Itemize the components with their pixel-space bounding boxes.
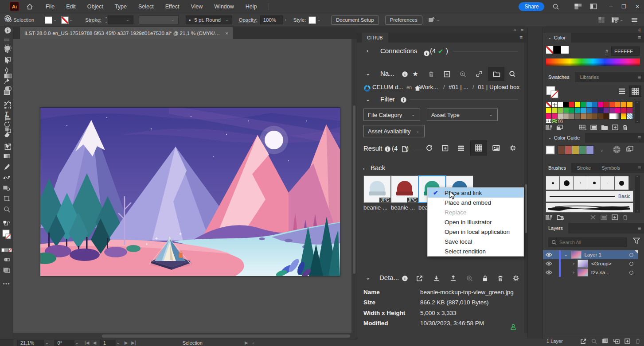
swatch[interactable] xyxy=(586,113,592,119)
tab-color[interactable]: ⌄Color xyxy=(543,33,571,43)
chevron-down-icon[interactable]: ⌄ xyxy=(366,96,370,102)
gear-icon[interactable] xyxy=(511,273,521,284)
search-icon[interactable] xyxy=(552,3,559,10)
panel-menu-icon[interactable]: ≡ xyxy=(638,163,644,173)
fill-color-well[interactable] xyxy=(0,229,13,241)
breadcrumb-seg2[interactable]: 01 | Upload box xyxy=(478,84,519,90)
asset-thumbnail[interactable]: JPG xyxy=(363,175,391,203)
asset-thumbnail[interactable]: JPG xyxy=(391,175,418,203)
home-icon[interactable] xyxy=(26,3,33,10)
stroke-swatch[interactable] xyxy=(61,16,69,24)
swatch-libraries-icon[interactable] xyxy=(545,124,552,130)
brush-preset[interactable] xyxy=(546,176,560,190)
add-box-icon[interactable] xyxy=(441,69,452,79)
none-swatch[interactable] xyxy=(546,46,554,54)
zoom-level-field[interactable]: 21,1% xyxy=(17,340,44,346)
tab-swatches[interactable]: Swatches xyxy=(543,72,575,82)
color-spectrum-bar[interactable] xyxy=(546,58,640,66)
guide-color[interactable] xyxy=(565,146,572,154)
hex-value-field[interactable]: FFFFFF xyxy=(611,47,640,56)
zoom-in-icon[interactable] xyxy=(457,69,468,79)
menu-type[interactable]: Type xyxy=(115,4,127,10)
align-glyphs-icon[interactable]: ⌄ xyxy=(428,16,441,23)
swatch[interactable] xyxy=(546,102,552,108)
filter-header[interactable]: Filter xyxy=(380,95,395,103)
swatch[interactable] xyxy=(615,113,621,119)
opacity-link[interactable]: Opacity: xyxy=(238,17,257,23)
vertical-scrollbar[interactable] xyxy=(351,39,357,333)
file-category-dropdown[interactable]: File Category⌄ xyxy=(363,109,420,121)
swatch[interactable] xyxy=(569,113,575,119)
chevron-right-icon[interactable]: › xyxy=(573,261,574,266)
layer-row-t2v[interactable]: › t2v-sa... xyxy=(543,268,638,277)
style-swatch[interactable] xyxy=(308,16,316,24)
color-wells[interactable] xyxy=(546,46,569,54)
horizontal-scrollbar[interactable] xyxy=(13,333,357,339)
target-ring[interactable] xyxy=(629,271,633,275)
chevron-right-icon[interactable]: › xyxy=(573,270,574,275)
folder-icon[interactable] xyxy=(489,67,504,81)
new-sublayer-icon[interactable] xyxy=(613,338,620,344)
swatch[interactable] xyxy=(604,113,609,119)
swatch-kinds-icon[interactable] xyxy=(579,124,586,130)
swatch[interactable] xyxy=(575,108,581,113)
swatch[interactable] xyxy=(558,108,563,113)
swatch[interactable] xyxy=(552,113,558,119)
transparency-panel-icon[interactable] xyxy=(3,83,13,93)
layer-name[interactable]: Layer 1 xyxy=(585,252,601,257)
panel-menu-icon[interactable]: ≡ xyxy=(638,133,644,143)
color-wheel-icon[interactable] xyxy=(613,145,621,154)
breadcrumb-root[interactable]: Work... xyxy=(419,84,438,90)
swatch[interactable] xyxy=(592,102,598,108)
menu-effect[interactable]: Effect xyxy=(165,4,180,10)
chevron-down-icon[interactable]: ⌄ xyxy=(564,253,568,257)
swatch[interactable] xyxy=(615,102,621,108)
swatch[interactable] xyxy=(627,102,632,108)
panel-menu-icon[interactable]: ≡ xyxy=(638,223,644,233)
eyedropper-tool[interactable] xyxy=(0,162,13,171)
swatch[interactable] xyxy=(586,108,592,113)
swatch[interactable] xyxy=(581,113,586,119)
layers-search-input[interactable] xyxy=(559,240,617,245)
guide-color[interactable] xyxy=(558,146,565,154)
preferences-button[interactable]: Preferences xyxy=(385,16,422,25)
connections-header[interactable]: Connections xyxy=(380,47,417,54)
fill-swatch[interactable] xyxy=(45,16,52,24)
swatch[interactable] xyxy=(609,102,615,108)
swatch[interactable] xyxy=(546,119,552,123)
swatch[interactable] xyxy=(581,108,586,113)
swatch-options-icon[interactable] xyxy=(590,124,597,130)
gradient-tool[interactable] xyxy=(0,151,13,161)
swatch[interactable] xyxy=(609,113,615,119)
panel-menu-icon[interactable]: ≡ xyxy=(519,35,526,41)
document-tab[interactable]: ILST-28.0.0-en_US-17519788-5f63-45f0-a33… xyxy=(20,27,233,39)
stroke-link[interactable]: Stroke: xyxy=(85,17,101,23)
swatch[interactable] xyxy=(627,108,632,113)
link-icon[interactable] xyxy=(474,69,484,79)
swatch[interactable] xyxy=(569,102,575,108)
guide-color[interactable] xyxy=(586,146,593,154)
artboard-number-field[interactable]: 1 xyxy=(100,340,116,346)
breadcrumb-connection[interactable]: CELUM d... xyxy=(372,84,403,90)
swatch[interactable] xyxy=(581,102,586,108)
cihub-wheel-icon[interactable] xyxy=(3,13,13,23)
swatch[interactable] xyxy=(546,108,552,113)
search-icon[interactable] xyxy=(507,69,518,79)
menu-select[interactable]: Select xyxy=(138,4,154,10)
swatch[interactable] xyxy=(552,108,558,113)
symbol-sprayer-tool[interactable] xyxy=(0,183,13,193)
new-swatch-icon[interactable] xyxy=(612,124,618,130)
swatch[interactable] xyxy=(552,102,558,108)
brushes-scrollbar[interactable]: ⌃⌄ xyxy=(635,175,640,213)
menu-window[interactable]: Window xyxy=(214,4,234,10)
menu-item-place-and-embed[interactable]: Place and embed xyxy=(428,198,523,207)
trash-icon[interactable] xyxy=(495,273,506,284)
info-icon[interactable] xyxy=(399,273,410,284)
artboard-tool[interactable] xyxy=(0,194,13,203)
collapse-icons[interactable]: ‹‹ xyxy=(513,28,516,32)
status-collapse-icon[interactable]: ‹ xyxy=(253,340,254,346)
layer-thumbnail[interactable] xyxy=(578,269,588,276)
brush-definition[interactable]: ●5 pt. Round⌄ xyxy=(186,16,233,24)
layer-thumbnail[interactable] xyxy=(578,260,588,267)
target-ring[interactable] xyxy=(629,262,633,266)
